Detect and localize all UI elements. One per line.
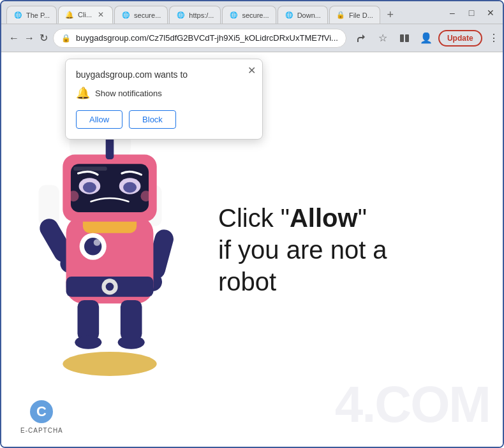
svg-rect-23: [121, 300, 142, 340]
tab-4[interactable]: 🌐 https:/...: [169, 6, 221, 24]
reload-button[interactable]: ↻: [40, 29, 48, 47]
svg-point-32: [83, 182, 96, 192]
ecaptcha-logo-area: C E-CAPTCHA: [20, 399, 63, 434]
tab-5[interactable]: 🌐 secure...: [222, 6, 276, 24]
split-view-icon[interactable]: [395, 29, 414, 48]
svg-rect-22: [77, 300, 99, 340]
tab-favicon-2: 🔔: [65, 10, 74, 19]
svg-point-24: [75, 335, 101, 349]
tab-3[interactable]: 🌐 secure...: [114, 6, 168, 24]
tab-label-3: secure...: [134, 11, 161, 19]
title-bar: 🌐 The P... 🔔 Cli... ✕ 🌐 secure... 🌐 http…: [1, 1, 503, 24]
caption-area: Click "Allow" if you are not a robot: [205, 202, 490, 298]
caption-line3: robot: [218, 268, 276, 296]
tab-2[interactable]: 🔔 Cli... ✕: [58, 6, 113, 24]
menu-button[interactable]: ⋮: [485, 29, 503, 47]
profile-icon[interactable]: 👤: [417, 29, 436, 48]
allow-button[interactable]: Allow: [76, 110, 122, 129]
forward-button[interactable]: →: [24, 29, 34, 47]
tab-favicon-4: 🌐: [176, 11, 185, 20]
svg-point-25: [118, 335, 145, 349]
svg-rect-0: [400, 34, 404, 42]
tab-label-1: The P...: [26, 11, 50, 19]
tab-favicon-6: 🌐: [285, 11, 293, 20]
bookmark-icon[interactable]: ☆: [373, 29, 392, 48]
svg-point-21: [94, 239, 101, 246]
browser-window: 🌐 The P... 🔔 Cli... ✕ 🌐 secure... 🌐 http…: [0, 0, 504, 448]
restore-button[interactable]: □: [464, 6, 478, 20]
url-text: buygadsgroup.com/Cz7l5dfG2BVCdT-jh9Xi5_k…: [76, 33, 338, 43]
caption-allow-text: Allow: [290, 204, 358, 232]
tab-6[interactable]: 🌐 Down...: [278, 6, 328, 24]
address-bar: ← → ↻ 🔒 buygadsgroup.com/Cz7l5dfG2BVCdT-…: [1, 24, 503, 52]
svg-text:C: C: [36, 403, 47, 419]
block-button[interactable]: Block: [129, 110, 176, 129]
share-icon[interactable]: [352, 29, 371, 48]
tab-7[interactable]: 🔒 File D...: [329, 6, 380, 24]
svg-point-9: [63, 352, 156, 376]
notification-text: Show notifications: [95, 89, 162, 98]
svg-point-18: [106, 282, 114, 291]
svg-point-35: [68, 191, 79, 201]
lock-icon: 🔒: [61, 34, 71, 43]
new-tab-button[interactable]: +: [382, 6, 399, 24]
svg-rect-30: [73, 166, 107, 170]
tab-label-5: secure...: [242, 11, 269, 19]
svg-point-34: [123, 182, 137, 192]
popup-title: buygadsgroup.com wants to: [76, 69, 252, 80]
ecaptcha-icon: C: [29, 399, 54, 424]
popup-close-button[interactable]: ✕: [248, 64, 256, 76]
robot-illustration: [14, 122, 205, 377]
tab-favicon-3: 🌐: [121, 11, 130, 20]
caption-line2: if you are not a: [218, 236, 387, 264]
tab-label-4: https:/...: [189, 11, 214, 19]
popup-buttons: Allow Block: [76, 110, 252, 129]
minimize-button[interactable]: –: [445, 6, 459, 20]
tab-favicon-7: 🔒: [336, 11, 345, 20]
close-button[interactable]: ✕: [484, 6, 498, 20]
caption-text: Click "Allow" if you are not a robot: [218, 202, 490, 298]
tab-label-6: Down...: [297, 11, 321, 19]
tab-bar: 🌐 The P... 🔔 Cli... ✕ 🌐 secure... 🌐 http…: [6, 1, 438, 24]
window-controls: – □ ✕: [445, 6, 498, 20]
address-actions: ☆ 👤 Update ⋮: [352, 29, 503, 48]
ecaptcha-label: E-CAPTCHA: [20, 427, 63, 434]
tab-1[interactable]: 🌐 The P...: [6, 6, 57, 24]
watermark: 4.COM: [335, 375, 490, 434]
tab-label-7: File D...: [349, 11, 373, 19]
tab-favicon-1: 🌐: [13, 11, 22, 20]
svg-point-36: [140, 191, 151, 201]
popup-notification-row: 🔔 Show notifications: [76, 86, 252, 100]
tab-close-2[interactable]: ✕: [96, 10, 106, 19]
page-content: ✕ buygadsgroup.com wants to 🔔 Show notif…: [1, 52, 503, 447]
svg-rect-1: [405, 34, 409, 42]
tab-label-2: Cli...: [78, 11, 92, 18]
bell-icon: 🔔: [76, 86, 90, 100]
notification-popup: ✕ buygadsgroup.com wants to 🔔 Show notif…: [65, 59, 263, 140]
address-input[interactable]: 🔒 buygadsgroup.com/Cz7l5dfG2BVCdT-jh9Xi5…: [53, 29, 346, 48]
tab-favicon-5: 🌐: [229, 11, 238, 20]
back-button[interactable]: ←: [9, 29, 19, 47]
update-button[interactable]: Update: [438, 30, 482, 47]
